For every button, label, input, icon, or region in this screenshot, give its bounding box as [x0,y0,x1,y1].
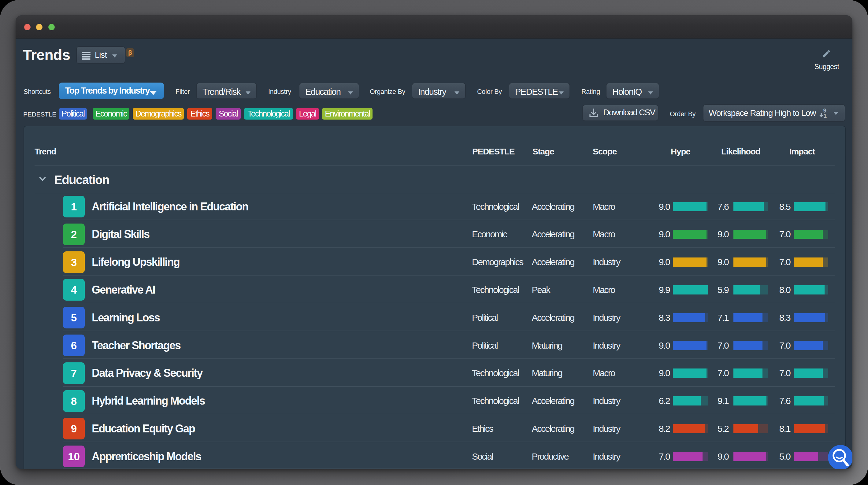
svg-text:1: 1 [824,112,827,119]
